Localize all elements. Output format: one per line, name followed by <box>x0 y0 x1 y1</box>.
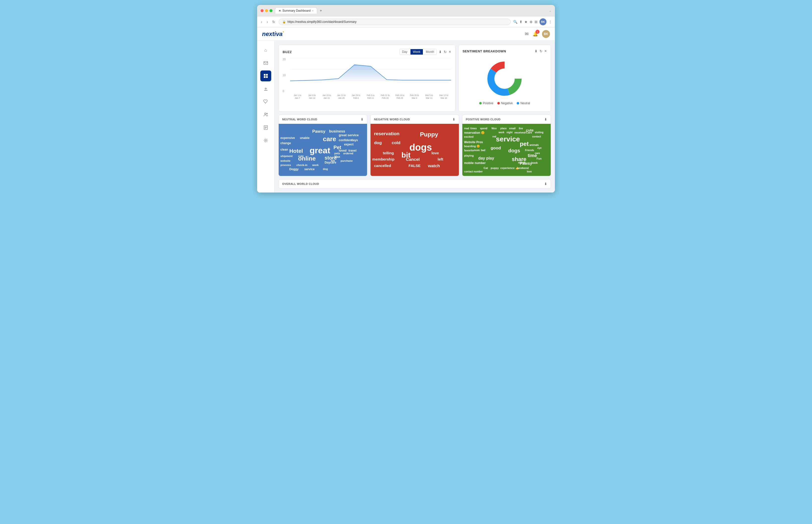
mail-icon[interactable]: ✉ <box>525 31 529 37</box>
word-unable: unable <box>300 136 309 140</box>
word-care2-pos: care <box>535 152 540 154</box>
close-window-button[interactable] <box>261 9 263 12</box>
word-website-pros: Website Pros <box>464 141 483 144</box>
negative-word-cloud-body: dogs bit Puppy reservation dog cold tell… <box>371 124 459 176</box>
positive-wc-title: POSITIVE WORD CLOUD <box>466 118 501 121</box>
word-mad: mad <box>464 127 469 130</box>
sidebar-item-settings[interactable] <box>260 135 271 146</box>
sidebar-item-inbox[interactable] <box>260 58 271 68</box>
sentiment-close-button[interactable]: × <box>545 49 547 53</box>
tab-close-button[interactable]: × <box>312 10 313 12</box>
word-bad: bad <box>481 149 485 152</box>
minimize-window-button[interactable] <box>265 9 268 12</box>
word-cute-n: cute <box>298 154 304 158</box>
neutral-wc-download-button[interactable]: ⬇ <box>361 117 363 121</box>
buzz-close-button[interactable]: × <box>449 50 451 54</box>
buzz-refresh-button[interactable]: ↻ <box>444 50 447 54</box>
word-friends: Friends <box>525 149 534 152</box>
top-cards-row: BUZZ Day Week Month ⬇ ↻ × <box>278 45 551 112</box>
sidebar-item-dashboard[interactable] <box>260 70 271 81</box>
browser-frame: ✕ Summary Dashboard × + ⌄ ‹ › ↻ 🔒 https:… <box>257 5 555 193</box>
sentiment-pie-chart <box>485 59 524 98</box>
sidebar-item-reports[interactable] <box>260 122 271 133</box>
word-doggy: Doggy <box>289 167 298 171</box>
word-reservation-pos: reservation 😊 <box>464 131 485 134</box>
word-care: care <box>323 135 336 143</box>
word-month: month <box>518 161 525 164</box>
sidebar-item-home[interactable]: ⌂ <box>260 45 271 55</box>
word-change: change <box>280 142 291 145</box>
word-work-n: work <box>312 164 319 166</box>
buzz-download-button[interactable]: ⬇ <box>439 50 442 54</box>
buzz-chart: 20 10 0 <box>283 58 451 98</box>
word-love-pos: love <box>527 170 532 173</box>
month-filter-button[interactable]: Month <box>423 49 437 54</box>
pie-center <box>497 71 512 86</box>
overall-download-button[interactable]: ⬇ <box>544 182 547 186</box>
day-filter-button[interactable]: Day <box>400 49 410 54</box>
share-icon[interactable]: ⬆ <box>519 20 522 24</box>
lock-icon: 🔒 <box>282 20 286 23</box>
window-controls: ⌄ <box>549 9 551 12</box>
word-play: play <box>486 156 494 161</box>
new-tab-button[interactable]: + <box>318 8 323 13</box>
negative-dot <box>497 102 500 104</box>
time-filters: Day Week Month <box>399 49 437 55</box>
back-button[interactable]: ‹ <box>260 19 263 24</box>
word-work-pos: work <box>499 131 504 134</box>
word-dogs-neg: dogs <box>409 142 432 153</box>
word-cat: Cat <box>484 166 488 169</box>
word-spend: spend <box>480 127 487 130</box>
positive-wc-download-button[interactable]: ⬇ <box>544 117 547 121</box>
logo-text: nextiva <box>262 31 283 37</box>
neutral-dot <box>517 102 519 104</box>
word-nice: Nice <box>491 127 497 130</box>
buzz-title: BUZZ <box>283 50 292 54</box>
fullscreen-window-button[interactable] <box>270 9 273 12</box>
word-purchase: purchase <box>340 159 353 162</box>
positive-word-cloud-body: service pet dogs share time Pawsy good c… <box>462 124 551 176</box>
word-business: business <box>329 129 345 133</box>
word-night: night <box>506 131 513 134</box>
word-favorite: favorite <box>464 149 474 152</box>
refresh-button[interactable]: ↻ <box>271 19 276 24</box>
word-pawsy: Pawsy <box>312 129 325 134</box>
grid-icon[interactable]: ⊞ <box>535 20 537 24</box>
search-icon[interactable]: 🔍 <box>513 20 517 24</box>
word-visiting: visiting <box>535 131 543 134</box>
word-dog-n: dog <box>323 167 328 170</box>
svg-rect-1 <box>264 74 265 76</box>
negative-wc-download-button[interactable]: ⬇ <box>452 117 455 121</box>
buzz-card-header: BUZZ Day Week Month ⬇ ↻ × <box>283 49 451 55</box>
week-filter-button[interactable]: Week <box>410 49 423 54</box>
bookmark-icon[interactable]: ★ <box>524 20 527 24</box>
address-bar[interactable]: 🔒 https://nextiva.simplify360.com/dashbo… <box>279 19 511 25</box>
sentiment-card-header: SENTIMENT BREAKDOWN ⬇ ↻ × <box>462 49 547 53</box>
word-mom: mom <box>474 149 480 152</box>
overall-word-cloud-card: OVERALL WORLD CLOUD ⬇ <box>278 179 551 189</box>
word-place: place <box>500 127 507 130</box>
sentiment-download-button[interactable]: ⬇ <box>535 49 537 53</box>
word-pets: pets <box>334 152 340 155</box>
browser-tab[interactable]: ✕ Summary Dashboard × <box>275 7 317 14</box>
sentiment-refresh-button[interactable]: ↻ <box>539 49 542 53</box>
negative-legend: Negative <box>497 101 513 105</box>
browser-user-avatar[interactable]: BK <box>539 18 547 25</box>
notification-bell[interactable]: 🔔 0 <box>533 31 538 37</box>
word-red: red <box>492 135 496 138</box>
extension-icon[interactable]: ⊕ <box>530 20 533 24</box>
positive-word-cloud-card: POSITIVE WORD CLOUD ⬇ service pet dogs s… <box>462 115 551 176</box>
menu-icon[interactable]: ⋮ <box>549 20 552 24</box>
word-love-neg: love <box>432 151 439 155</box>
tab-favicon: ✕ <box>279 9 281 12</box>
sidebar-item-engage[interactable] <box>260 96 271 107</box>
word-times: times <box>470 127 477 130</box>
sidebar-item-users[interactable] <box>260 109 271 120</box>
sidebar-item-publish[interactable] <box>260 83 271 94</box>
word-website: website <box>280 159 290 162</box>
forward-button[interactable]: › <box>266 19 269 24</box>
word-cloud-row: NEUTRAL WORD CLOUD ⬇ great care online H… <box>278 115 551 176</box>
word-puppy-neg: Puppy <box>420 131 438 138</box>
user-avatar[interactable]: BK <box>542 30 550 38</box>
word-watch: watch <box>428 164 440 168</box>
